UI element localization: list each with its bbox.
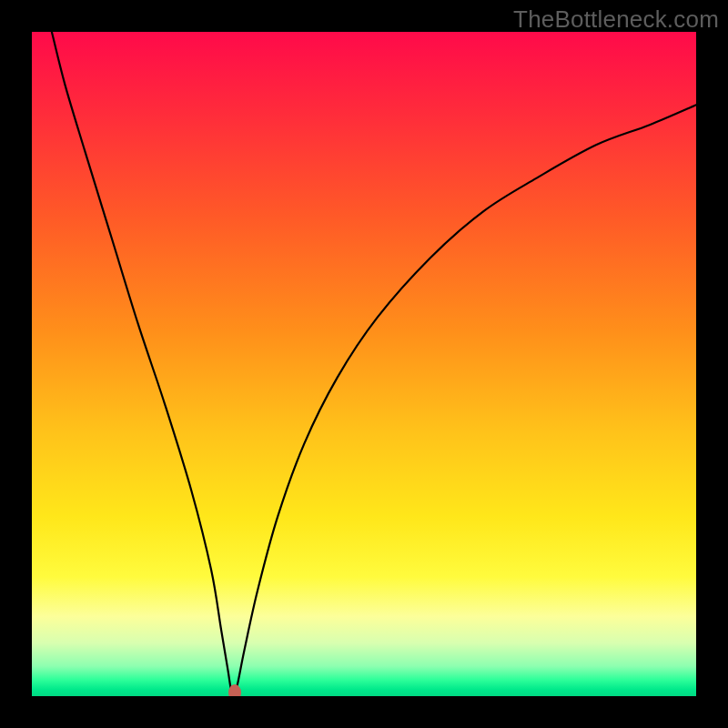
watermark-text: TheBottleneck.com — [513, 5, 719, 34]
bottleneck-curve — [32, 32, 696, 696]
chart-frame: TheBottleneck.com — [0, 0, 728, 728]
plot-area — [32, 32, 696, 696]
optimal-point-marker — [228, 684, 241, 696]
